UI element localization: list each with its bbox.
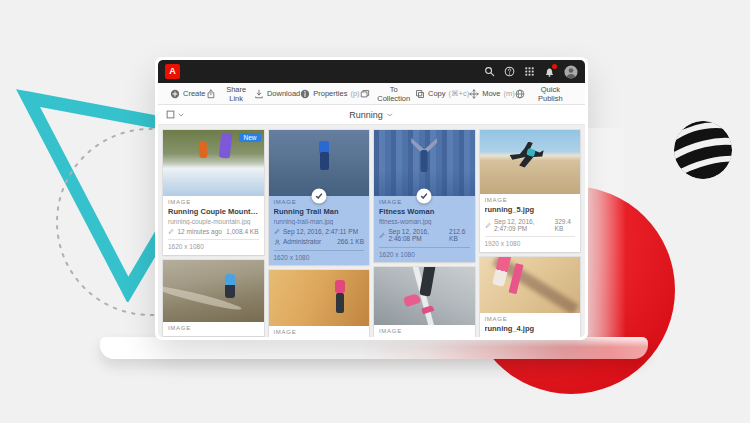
help-icon[interactable] [504, 66, 515, 77]
striped-sphere-logo [672, 119, 734, 181]
folder-title-label: Running [349, 110, 383, 120]
toolbar-create-button[interactable]: Create [170, 89, 206, 99]
asset-title: running_5.jpg [485, 206, 576, 215]
asset-filename: fitness-woman.jpg [379, 218, 470, 225]
asset-type-label: IMAGE [485, 316, 576, 323]
asset-meta-text: Sep 12, 2016, 2:47:02 PM [494, 336, 552, 337]
user-icon [274, 239, 281, 246]
asset-dimensions: 1620 x 1080 [379, 247, 470, 258]
asset-type-label: IMAGE [168, 199, 259, 206]
toolbar-label: Properties [313, 89, 347, 98]
collection-icon [360, 89, 370, 99]
asset-column: IMAGEFitness Womanfitness-woman.jpgSep 1… [374, 130, 475, 332]
card-view-toggle[interactable] [166, 110, 185, 119]
asset-column: IMAGErunning_5.jpgSep 12, 2016, 2:47:09 … [480, 130, 581, 332]
asset-file-size: 329.4 KB [555, 218, 575, 233]
asset-card[interactable]: IMAGE [163, 260, 264, 336]
chevron-down-icon [386, 111, 394, 119]
folder-title[interactable]: Running [349, 110, 394, 120]
toolbar-quick-publish-button[interactable]: Quick Publish [515, 85, 573, 103]
asset-type-label: IMAGE [379, 328, 470, 335]
selected-check-icon[interactable] [417, 189, 432, 204]
asset-info: IMAGERunning Trail Manrunning-trail-man.… [269, 196, 370, 265]
asset-meta-row: Administrator266.1 KB [274, 238, 365, 245]
aem-assets-window: A CreateShare LinkDownloadProperties(p)T… [158, 60, 585, 337]
sand-running-shoes-thumbnail [480, 257, 581, 313]
asset-file-size: 1,008.4 KB [226, 228, 258, 235]
toolbar-copy-button[interactable]: Copy(⌘+c) [415, 89, 469, 99]
upside-down-runners-thumbnail: New [163, 130, 264, 196]
asset-filename: running-couple-mountain.jpg [168, 218, 259, 225]
asset-card[interactable]: IMAGERunning Trail Manrunning-trail-man.… [269, 130, 370, 265]
asset-info: IMAGErunning_3.jpg [374, 325, 475, 337]
pencil-icon [274, 228, 281, 235]
asset-meta-row: 12 minutes ago1,008.4 KB [168, 228, 259, 235]
fitness-woman-forest-thumbnail [374, 130, 475, 196]
asset-title: Fitness Woman [379, 208, 470, 217]
asset-dimensions: 1920 x 1080 [485, 236, 576, 247]
asset-title: running_4.jpg [485, 325, 576, 334]
mountain-trail-runner-thumbnail [163, 260, 264, 322]
globe-icon [515, 89, 525, 99]
asset-dimensions: 1620 x 1080 [274, 250, 365, 261]
toolbar-label: Move [482, 89, 500, 98]
asset-type-label: IMAGE [168, 325, 259, 332]
trail-runner-man-thumbnail [269, 130, 370, 196]
pencil-icon [168, 228, 175, 235]
asset-card[interactable]: IMAGErunning_1.jpg [269, 270, 370, 337]
asset-card[interactable]: NewIMAGERunning Couple Mountainrunning-c… [163, 130, 264, 255]
adobe-logo-letter: A [169, 67, 176, 76]
asset-toolbar: CreateShare LinkDownloadProperties(p)To … [158, 83, 585, 105]
toolbar-label: Download [267, 89, 300, 98]
asset-meta-row: Sep 12, 2016, 2:47:02 PM290.3 KB [485, 336, 576, 337]
toolbar-properties-button[interactable]: Properties(p) [300, 89, 359, 99]
chevron-down-icon [177, 111, 185, 119]
toolbar-download-button[interactable]: Download [254, 89, 300, 99]
asset-title: Running Trail Man [274, 208, 365, 217]
pencil-icon [379, 232, 386, 239]
notifications-icon[interactable] [544, 66, 555, 77]
plus-circle-icon [170, 89, 180, 99]
beach-sprinter-thumbnail [480, 130, 581, 194]
view-bar: Running [158, 105, 585, 125]
asset-file-size: 290.3 KB [555, 336, 575, 337]
asset-title: Running Couple Mountain [168, 208, 259, 217]
toolbar-label: Share Link [218, 85, 253, 103]
new-badge: New [239, 133, 260, 142]
adobe-logo[interactable]: A [165, 64, 180, 79]
toolbar-shortcut: (p) [350, 89, 359, 98]
hero-illustration: A CreateShare LinkDownloadProperties(p)T… [0, 0, 750, 423]
laptop-screen: A CreateShare LinkDownloadProperties(p)T… [155, 57, 588, 340]
toolbar-label: Copy [428, 89, 446, 98]
toolbar-move-button[interactable]: Move(m) [469, 89, 515, 99]
autumn-runner-thumbnail [269, 270, 370, 326]
asset-file-size: 212.6 KB [449, 228, 469, 243]
asset-info: IMAGErunning_1.jpg [269, 326, 370, 337]
asset-card[interactable]: IMAGErunning_4.jpgSep 12, 2016, 2:47:02 … [480, 257, 581, 337]
asset-card[interactable]: IMAGEFitness Womanfitness-woman.jpgSep 1… [374, 130, 475, 262]
apps-icon[interactable] [524, 66, 535, 77]
asset-meta-text: Sep 12, 2016, 2:47:11 PM [283, 228, 358, 235]
selected-check-icon[interactable] [311, 189, 326, 204]
search-icon[interactable] [484, 66, 495, 77]
toolbar-shortcut: (⌘+c) [449, 89, 470, 98]
asset-type-label: IMAGE [485, 197, 576, 204]
asset-filename: running-trail-man.jpg [274, 218, 365, 225]
asset-meta-row: Sep 12, 2016, 2:47:11 PM [274, 228, 365, 235]
avatar-icon[interactable] [564, 65, 578, 79]
download-icon [254, 89, 264, 99]
asset-meta-text: Sep 12, 2016, 2:46:08 PM [389, 228, 447, 243]
toolbar-share-link-button[interactable]: Share Link [206, 85, 254, 103]
topbar-icon-group [484, 65, 578, 79]
toolbar-to-collection-button[interactable]: To Collection [360, 85, 415, 103]
laptop-base [100, 337, 648, 359]
asset-card[interactable]: IMAGErunning_3.jpg [374, 267, 475, 337]
asset-info: IMAGERunning Couple Mountainrunning-coup… [163, 196, 264, 255]
move-icon [469, 89, 479, 99]
asset-info: IMAGEFitness Womanfitness-woman.jpgSep 1… [374, 196, 475, 262]
asset-grid: NewIMAGERunning Couple Mountainrunning-c… [158, 125, 585, 337]
asset-card[interactable]: IMAGErunning_5.jpgSep 12, 2016, 2:47:09 … [480, 130, 581, 252]
asset-info: IMAGErunning_5.jpgSep 12, 2016, 2:47:09 … [480, 194, 581, 252]
toolbar-shortcut: (m) [503, 89, 514, 98]
asset-meta-row: Sep 12, 2016, 2:47:09 PM329.4 KB [485, 218, 576, 233]
